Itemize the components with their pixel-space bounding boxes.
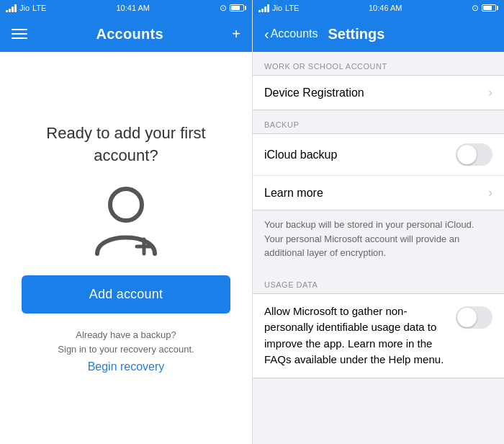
recovery-prompt: Already have a backup?Sign in to your re… [58, 328, 194, 374]
right-time-label: 10:46 AM [369, 4, 402, 12]
add-icon[interactable]: + [232, 26, 240, 43]
wifi-icon: ⊙ [220, 3, 227, 13]
right-status-left: Jio LTE [258, 4, 299, 12]
right-carrier-label: Jio [272, 4, 282, 12]
back-button[interactable]: ‹ Accounts [264, 26, 318, 43]
left-status-left: Jio LTE [6, 4, 46, 12]
backup-info-text: Your backup will be stored in your perso… [264, 218, 492, 260]
left-panel: Jio LTE 10:41 AM ⊙ Accounts + Ready to a… [0, 0, 252, 444]
right-signal-icon [258, 4, 269, 12]
icloud-backup-label: iCloud backup [264, 148, 337, 161]
backup-info-box: Your backup will be stored in your perso… [253, 210, 504, 270]
left-status-right: ⊙ [220, 3, 246, 13]
time-label: 10:41 AM [116, 4, 149, 12]
right-status-right: ⊙ [472, 3, 498, 13]
right-content: WORK OR SCHOOL ACCOUNT Device Registrati… [253, 52, 504, 444]
right-battery-icon [482, 4, 498, 12]
right-nav-bar: ‹ Accounts Settings [253, 16, 504, 52]
toggle-knob [457, 145, 477, 164]
backup-section-header: BACKUP [253, 110, 504, 133]
begin-recovery-link[interactable]: Begin recovery [58, 360, 194, 373]
right-network-label: LTE [285, 4, 299, 12]
usage-section-header: USAGE DATA [253, 270, 504, 293]
usage-data-row: Allow Microsoft to gather non-personally… [253, 293, 504, 378]
back-label: Accounts [271, 27, 318, 40]
icloud-backup-row[interactable]: iCloud backup [253, 134, 504, 176]
add-account-button[interactable]: Add account [22, 275, 230, 314]
backup-settings-group: iCloud backup Learn more › [253, 133, 504, 210]
usage-data-text: Allow Microsoft to gather non-personally… [264, 303, 447, 368]
learn-more-chevron-icon: › [488, 185, 492, 200]
work-settings-group: Device Registration › [253, 75, 504, 110]
right-wifi-icon: ⊙ [472, 3, 479, 13]
welcome-text: Ready to add your first account? [14, 123, 238, 167]
device-registration-label: Device Registration [264, 86, 364, 99]
left-content: Ready to add your first account? Add acc… [0, 52, 252, 444]
icloud-backup-toggle[interactable] [456, 143, 492, 166]
left-status-bar: Jio LTE 10:41 AM ⊙ [0, 0, 252, 16]
menu-icon[interactable] [12, 29, 27, 39]
left-nav-title: Accounts [96, 26, 163, 43]
left-nav-bar: Accounts + [0, 16, 252, 52]
svg-point-0 [110, 189, 142, 221]
device-registration-row[interactable]: Device Registration › [253, 76, 504, 110]
avatar-icon [90, 182, 162, 261]
right-nav-title: Settings [328, 26, 384, 43]
device-registration-chevron-icon: › [488, 85, 492, 100]
right-panel: Jio LTE 10:46 AM ⊙ ‹ Accounts Settings W… [252, 0, 504, 444]
signal-icon [6, 4, 17, 12]
battery-icon [230, 4, 246, 12]
work-section-header: WORK OR SCHOOL ACCOUNT [253, 52, 504, 75]
back-chevron-icon: ‹ [264, 26, 269, 43]
learn-more-label: Learn more [264, 187, 323, 200]
usage-toggle-knob [457, 308, 477, 327]
recovery-text: Already have a backup?Sign in to your re… [58, 328, 194, 358]
learn-more-row[interactable]: Learn more › [253, 176, 504, 210]
carrier-label: Jio [19, 4, 30, 12]
right-status-bar: Jio LTE 10:46 AM ⊙ [253, 0, 504, 16]
usage-data-toggle[interactable] [456, 306, 492, 329]
network-label: LTE [32, 4, 46, 12]
